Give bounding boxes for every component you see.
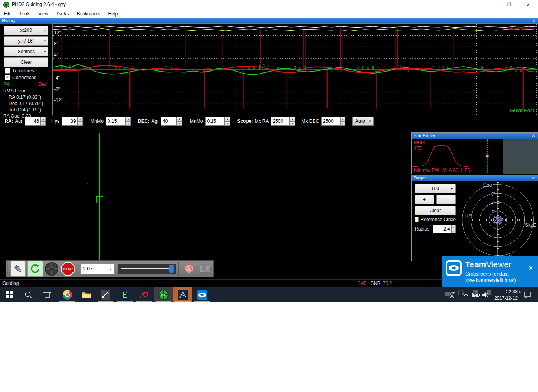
guide-button[interactable]	[45, 261, 59, 276]
window-titlebar: PHD2 Guiding 2.6.4 - qhy — ❐ ✕	[0, 0, 538, 9]
dropdown-arrow-icon: ▾	[44, 28, 46, 32]
phd2-icon: PHD	[158, 290, 169, 300]
comet-icon	[101, 290, 110, 300]
dec-minmove-spinner[interactable]: ▲▼	[225, 117, 230, 126]
dec-agr-label: Agr	[151, 118, 159, 124]
desktop: PHD2 Guiding 2.6.4 - qhy — ❐ ✕ File Tool…	[0, 0, 538, 392]
ra-minmove-input[interactable]	[106, 117, 126, 126]
close-button[interactable]: ✕	[519, 0, 537, 9]
teamviewer-close-icon[interactable]: ✕	[528, 264, 533, 272]
star-profile-titlebar: Star Profile ✕	[412, 133, 538, 139]
slider-thumb[interactable]	[169, 265, 174, 273]
tray-clock[interactable]: 22:38 2017-12-12	[491, 288, 518, 301]
camera-settings-button[interactable]	[198, 261, 213, 276]
dec-aggression-input[interactable]	[161, 117, 177, 126]
loop-exposures-button[interactable]	[27, 261, 43, 277]
max-dec-input[interactable]	[321, 117, 340, 126]
usb-connector-icon	[13, 264, 23, 274]
history-controls: x:200▾ y:+/-16''▾ Settings▾ Clear Trendl…	[0, 25, 52, 119]
main-toolbar: STOP 2.0 s ˅	[6, 260, 214, 277]
taskbar-teamviewer[interactable]	[193, 287, 211, 302]
folder-icon	[82, 291, 91, 299]
ra-hysteresis-spinner[interactable]: ▲▼	[78, 117, 83, 126]
menubar: File Tools View Darks Bookmarks Help	[0, 9, 538, 18]
svg-text:4": 4"	[491, 201, 495, 205]
corrections-checkbox[interactable]: ✓	[5, 75, 10, 80]
tray-battery-icon[interactable]	[471, 287, 481, 302]
taskbar-eq-app[interactable]	[115, 287, 134, 302]
taskbar-apt-app[interactable]	[135, 287, 154, 302]
crosshair-horizontal-line	[0, 200, 171, 200]
taskbar-chrome[interactable]	[58, 287, 77, 302]
dec-minmove-input[interactable]	[205, 117, 225, 126]
trendlines-checkbox-row[interactable]: Trendlines	[5, 68, 52, 74]
menu-darks[interactable]: Darks	[52, 11, 72, 17]
tray-volume-icon[interactable]	[480, 287, 491, 302]
menu-tools[interactable]: Tools	[15, 11, 34, 17]
radius-input[interactable]	[433, 225, 452, 233]
dec-aggression-spinner[interactable]: ▲▼	[177, 117, 182, 126]
start-button[interactable]	[0, 287, 19, 302]
advanced-settings-button[interactable]	[182, 261, 196, 276]
select-chevron-icon: ˅	[109, 267, 112, 271]
toolbar-grip[interactable]	[7, 262, 8, 276]
stop-button[interactable]: STOP	[61, 261, 75, 276]
ra-aggression-input[interactable]	[25, 117, 41, 126]
star-thumbnail	[471, 139, 503, 173]
svg-text:GuideEast: GuideEast	[510, 107, 534, 113]
star-profile-filler	[503, 139, 538, 174]
menu-bookmarks[interactable]: Bookmarks	[73, 11, 104, 17]
trendlines-checkbox[interactable]	[5, 68, 10, 74]
target-close-icon[interactable]: ✕	[532, 175, 535, 181]
ra-minmove-spinner[interactable]: ▲▼	[126, 117, 131, 126]
star-profile-close-icon[interactable]: ✕	[532, 133, 535, 139]
taskbar-skychart[interactable]	[173, 287, 192, 302]
target-clear-button[interactable]: Clear	[415, 206, 456, 215]
zoom-in-button[interactable]: +	[415, 195, 434, 204]
show-desktop-divider[interactable]	[535, 289, 535, 301]
taskbar-search-button[interactable]	[19, 287, 38, 302]
restore-button[interactable]: ❐	[500, 0, 518, 9]
star-profile-title: Star Profile	[414, 133, 435, 138]
clear-button[interactable]: Clear	[4, 57, 48, 67]
reference-circle-row[interactable]: Reference Circle	[415, 217, 456, 222]
menu-file[interactable]: File	[0, 11, 15, 17]
max-dec-spinner[interactable]: ▲▼	[340, 117, 345, 126]
menu-help[interactable]: Help	[104, 11, 122, 17]
minimize-button[interactable]: —	[481, 0, 499, 9]
menu-view[interactable]: View	[34, 11, 52, 17]
ra-hysteresis-input[interactable]	[62, 117, 78, 126]
connect-equipment-button[interactable]	[10, 261, 26, 277]
history-close-icon[interactable]: ✕	[532, 18, 536, 24]
corrections-label: Corrections	[12, 75, 36, 80]
taskbar-phd2[interactable]: PHD	[154, 287, 173, 302]
dec-guide-mode-select[interactable]: Auto ˅	[352, 117, 374, 126]
windows-logo-icon	[6, 291, 13, 298]
max-ra-spinner[interactable]: ▲▼	[290, 117, 295, 126]
tray-expand-chevron[interactable]	[462, 287, 470, 302]
x-scale-dropdown[interactable]: x:200▾	[4, 26, 48, 35]
taskbar-capture-app[interactable]	[96, 287, 115, 302]
gamma-slider[interactable]	[118, 264, 176, 274]
target-controls: 100 ▾ + - Clear Reference Circle Radius:…	[415, 184, 456, 233]
y-scale-dropdown[interactable]: y:+/-16''▾	[4, 36, 48, 46]
rms-heading: RMS Error:	[3, 88, 52, 94]
max-ra-input[interactable]	[271, 117, 290, 126]
exposure-duration-select[interactable]: 2.0 s ˅	[80, 264, 115, 274]
settings-dropdown[interactable]: Settings▾	[4, 47, 48, 56]
fwhm-footer: Mid row FWHM: 6.60, HFD:	[414, 168, 472, 173]
action-center-button[interactable]	[521, 287, 533, 302]
mxra-label: Mx RA	[254, 118, 269, 124]
clock-date: 2017-12-12	[491, 295, 518, 301]
zoom-out-button[interactable]: -	[436, 195, 456, 204]
task-view-button[interactable]	[38, 287, 57, 302]
toolbar-separator	[178, 262, 179, 276]
target-zoom-dropdown[interactable]: 100 ▾	[415, 184, 456, 193]
radius-spinner[interactable]: ▲▼	[452, 225, 456, 233]
corrections-checkbox-row[interactable]: ✓ Corrections	[5, 75, 52, 80]
eqmod-icon	[120, 290, 130, 300]
target-titlebar: Target ✕	[412, 175, 538, 181]
taskbar-file-explorer[interactable]	[77, 287, 96, 302]
reference-circle-checkbox[interactable]	[415, 217, 419, 222]
ra-aggression-spinner[interactable]: ▲▼	[41, 117, 46, 126]
